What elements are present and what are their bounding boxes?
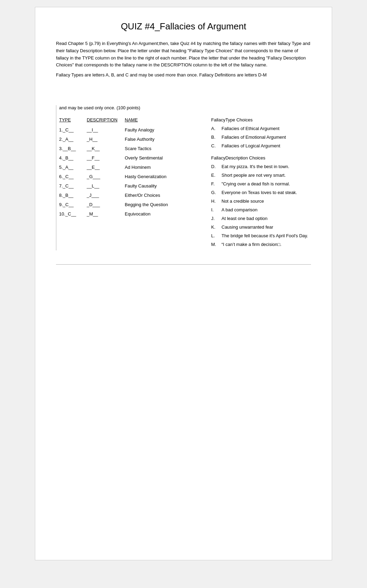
- row8-name: Either/Or Choices: [125, 193, 160, 198]
- row1-name: Faulty Analogy: [125, 127, 154, 132]
- row6-type: 6._C__: [59, 174, 87, 179]
- col-header-name: NAME: [125, 117, 138, 122]
- desc-letter-L: L.: [211, 233, 222, 238]
- intro-paragraph2: Fallacy Types are letters A, B, and C an…: [56, 72, 311, 77]
- row4-type: 4._B__: [59, 155, 87, 160]
- desc-text-G: Everyone on Texas loves to eat steak.: [222, 190, 311, 195]
- desc-text-F: "Crying over a dead fish is normal.: [222, 181, 311, 186]
- row3-desc: __K__: [87, 146, 125, 151]
- intro-paragraph3: and may be used only once. (100 points): [59, 105, 311, 110]
- column-headers: TYPE DESCRIPTION NAME: [59, 117, 197, 122]
- row2-desc: _H__: [87, 137, 125, 142]
- quiz-row: 3.__B__ __K__ Scare Tactics: [59, 146, 197, 151]
- desc-text-D: Eat my pizza. It's the best in town.: [222, 164, 311, 169]
- desc-choice-G: G. Everyone on Texas loves to eat steak.: [211, 190, 311, 195]
- row7-desc: __L__: [87, 183, 125, 189]
- row3-type: 3.__B__: [59, 146, 87, 151]
- desc-letter-F: F.: [211, 181, 222, 186]
- row10-type: 10._C__: [59, 211, 87, 217]
- quiz-row: 6._C__ _G___ Hasty Generalization: [59, 174, 197, 179]
- quiz-row: 10._C__ _M__ Equivocation: [59, 211, 197, 217]
- type-choice-C: C. Fallacies of Logical Argument: [211, 143, 311, 148]
- row8-desc: _J___: [87, 193, 125, 198]
- row1-desc: __I__: [87, 127, 125, 132]
- desc-text-E: Short people are not very smart.: [222, 173, 311, 178]
- row6-name: Hasty Generalization: [125, 174, 167, 179]
- desc-letter-D: D.: [211, 164, 222, 169]
- desc-text-H: Not a credible source: [222, 199, 311, 204]
- intro-paragraph1: Read Chapter 5 (p.79) in Everything's An…: [56, 40, 311, 69]
- type-choices-title: FallacyType Choices: [211, 117, 311, 122]
- desc-choice-F: F. "Crying over a dead fish is normal.: [211, 181, 311, 186]
- desc-text-M: “I can’t make a firm decision□.: [222, 242, 311, 247]
- page: QUIZ #4_Fallacies of Argument Read Chapt…: [35, 7, 332, 560]
- desc-letter-J: J.: [211, 216, 222, 221]
- row9-name: Begging the Question: [125, 202, 168, 207]
- right-section: FallacyType Choices A. Fallacies of Ethi…: [211, 117, 311, 250]
- desc-choice-L: L. The bridge fell because it's April Fo…: [211, 233, 311, 238]
- row5-type: 5._A__: [59, 165, 87, 170]
- col-header-type: TYPE: [59, 117, 87, 122]
- row9-type: 9._C__: [59, 202, 87, 207]
- desc-choice-H: H. Not a credible source: [211, 199, 311, 204]
- desc-choice-I: I. A bad comparison: [211, 207, 311, 212]
- quiz-row: 8._B__ _J___ Either/Or Choices: [59, 193, 197, 198]
- type-choice-A: A. Fallacies of Ethical Argument: [211, 126, 311, 131]
- quiz-row: 9._C__ _D___ Begging the Question: [59, 202, 197, 207]
- desc-choice-E: E. Short people are not very smart.: [211, 173, 311, 178]
- desc-choice-K: K. Causing unwarranted fear: [211, 224, 311, 230]
- row1-type: 1._C__: [59, 127, 87, 132]
- desc-letter-K: K.: [211, 224, 222, 230]
- quiz-row: 4._B__ __F__ Overly Sentimental: [59, 155, 197, 160]
- quiz-row: 2._A__ _H__ False Authority: [59, 137, 197, 142]
- page-footer-border: [56, 264, 311, 265]
- desc-text-K: Causing unwarranted fear: [222, 224, 311, 230]
- desc-letter-G: G.: [211, 190, 222, 195]
- main-content: TYPE DESCRIPTION NAME 1._C__ __I__ Fault…: [59, 117, 311, 250]
- row5-desc: __E__: [87, 165, 125, 170]
- desc-choice-D: D. Eat my pizza. It's the best in town.: [211, 164, 311, 169]
- desc-letter-H: H.: [211, 199, 222, 204]
- col-header-description: DESCRIPTION: [87, 117, 125, 122]
- row8-type: 8._B__: [59, 193, 87, 198]
- quiz-row: 5._A__ __E__ Ad Hominem: [59, 165, 197, 170]
- quiz-row: 1._C__ __I__ Faulty Analogy: [59, 127, 197, 132]
- desc-choice-J: J. At least one bad option: [211, 216, 311, 221]
- row10-name: Equivocation: [125, 211, 150, 217]
- desc-letter-M: M.: [211, 242, 222, 247]
- type-choices-section: FallacyType Choices A. Fallacies of Ethi…: [211, 117, 311, 148]
- choice-letter-A: A.: [211, 126, 222, 131]
- page-title: QUIZ #4_Fallacies of Argument: [56, 21, 311, 32]
- choice-letter-B: B.: [211, 135, 222, 140]
- left-section: TYPE DESCRIPTION NAME 1._C__ __I__ Fault…: [59, 117, 197, 250]
- row4-name: Overly Sentimental: [125, 155, 163, 160]
- desc-choices-title: FallacyDescription Choices: [211, 155, 311, 160]
- desc-letter-I: I.: [211, 207, 222, 212]
- row3-name: Scare Tactics: [125, 146, 151, 151]
- type-choice-B: B. Fallacies of Emotional Argument: [211, 135, 311, 140]
- row7-name: Faulty Causality: [125, 183, 157, 189]
- desc-text-J: At least one bad option: [222, 216, 311, 221]
- choice-text-A: Fallacies of Ethical Argument: [222, 126, 280, 131]
- choice-letter-C: C.: [211, 143, 222, 148]
- row10-desc: _M__: [87, 211, 125, 217]
- row5-name: Ad Hominem: [125, 165, 151, 170]
- desc-choice-M: M. “I can’t make a firm decision□.: [211, 242, 311, 247]
- row2-name: False Authority: [125, 137, 154, 142]
- choice-text-B: Fallacies of Emotional Argument: [222, 135, 286, 140]
- desc-text-L: The bridge fell because it's April Fool'…: [222, 233, 311, 238]
- row6-desc: _G___: [87, 174, 125, 179]
- desc-text-I: A bad comparison: [222, 207, 311, 212]
- quiz-row: 7._C__ __L__ Faulty Causality: [59, 183, 197, 189]
- desc-letter-E: E.: [211, 173, 222, 178]
- choice-text-C: Fallacies of Logical Argument: [222, 143, 280, 148]
- row4-desc: __F__: [87, 155, 125, 160]
- row9-desc: _D___: [87, 202, 125, 207]
- row7-type: 7._C__: [59, 183, 87, 189]
- row2-type: 2._A__: [59, 137, 87, 142]
